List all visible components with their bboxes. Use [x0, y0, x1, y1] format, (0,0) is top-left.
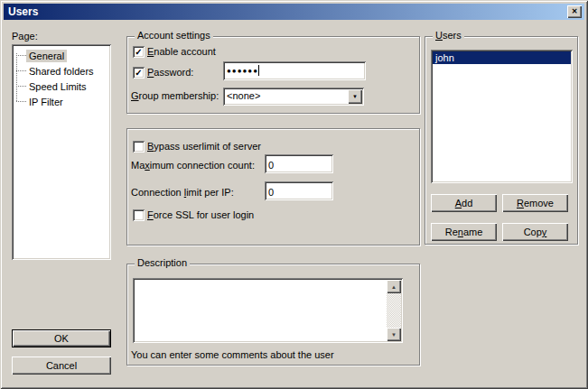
enable-account-label: Enable account [147, 46, 216, 58]
dropdown-button[interactable]: ▼ [348, 89, 362, 104]
rename-button[interactable]: Rename [431, 223, 497, 241]
force-ssl-label: Force SSL for user login [147, 209, 254, 221]
group-membership-select[interactable]: <none> ▼ [223, 88, 364, 106]
bypass-userlimit-label: Bypass userlimit of server [147, 141, 261, 153]
ok-button[interactable]: OK [12, 329, 111, 347]
tree-row[interactable]: General [12, 48, 111, 63]
check-icon: ✓ [135, 46, 142, 58]
password-label: Password: [147, 67, 193, 79]
scroll-up-button[interactable]: ▲ [387, 280, 401, 293]
remove-button-label: Remove [517, 198, 554, 208]
cancel-button[interactable]: Cancel [12, 357, 111, 375]
copy-button-label: Copy [524, 227, 547, 237]
page-list-label: Page: [12, 31, 38, 42]
description-title: Description [135, 257, 190, 269]
password-value: ●●●●●● [227, 67, 258, 75]
close-icon: ✕ [572, 4, 578, 20]
check-icon: ✓ [135, 67, 142, 79]
add-button[interactable]: Add [431, 194, 497, 212]
remove-button[interactable]: Remove [502, 194, 568, 212]
description-hint: You can enter some comments about the us… [131, 349, 334, 361]
group-membership-label: Group membership: [131, 90, 219, 102]
chevron-down-icon: ▼ [352, 94, 358, 99]
tree-row[interactable]: IP Filter [12, 94, 111, 109]
cancel-button-label: Cancel [46, 360, 77, 371]
users-list[interactable]: john [431, 50, 573, 183]
users-dialog: Users ✕ Page: General Shared folders Spe… [0, 0, 588, 389]
description-textarea[interactable]: ▲ ▼ [133, 278, 403, 343]
tree-item-general[interactable]: General [26, 50, 67, 62]
window-title: Users [8, 5, 38, 18]
arrow-down-icon: ▼ [391, 332, 397, 338]
close-button[interactable]: ✕ [567, 5, 582, 18]
page-tree[interactable]: General Shared folders Speed Limits IP F… [12, 44, 111, 260]
rename-button-label: Rename [445, 227, 483, 237]
tree-connector [16, 55, 26, 56]
password-checkbox[interactable]: ✓ [133, 67, 145, 79]
tree-connector [16, 101, 26, 102]
max-connection-count-label: Maximum connection count: [131, 160, 255, 171]
tree-item-ip-filter[interactable]: IP Filter [26, 96, 66, 108]
ok-button-label: OK [54, 333, 69, 344]
account-settings-title: Account settings [135, 30, 213, 42]
tree-connector [16, 86, 26, 87]
title-bar[interactable]: Users ✕ [4, 4, 584, 20]
connection-limit-per-ip-input[interactable] [265, 181, 333, 200]
tree-item-speed-limits[interactable]: Speed Limits [26, 80, 89, 93]
connection-limit-per-ip-label: Connection limit per IP: [131, 187, 234, 199]
bypass-userlimit-checkbox[interactable] [133, 141, 145, 153]
user-list-item[interactable]: john [433, 51, 571, 64]
vertical-scrollbar[interactable]: ▲ ▼ [387, 280, 401, 341]
tree-row[interactable]: Shared folders [12, 63, 111, 79]
group-membership-value: <none> [227, 90, 260, 102]
tree-item-shared-folders[interactable]: Shared folders [26, 65, 97, 78]
force-ssl-checkbox[interactable] [133, 209, 145, 221]
users-group-title: Users [433, 30, 464, 42]
max-connection-count-input[interactable] [265, 154, 333, 173]
scrollbar-track[interactable] [387, 293, 401, 328]
password-input[interactable]: ●●●●●● [223, 61, 366, 80]
text-caret [258, 65, 259, 76]
tree-connector [16, 70, 26, 71]
copy-button[interactable]: Copy [502, 223, 568, 241]
enable-account-checkbox[interactable]: ✓ [133, 46, 145, 58]
scroll-down-button[interactable]: ▼ [387, 328, 401, 341]
arrow-up-icon: ▲ [391, 284, 397, 290]
tree-row[interactable]: Speed Limits [12, 79, 111, 94]
add-button-label: Add [455, 198, 473, 208]
